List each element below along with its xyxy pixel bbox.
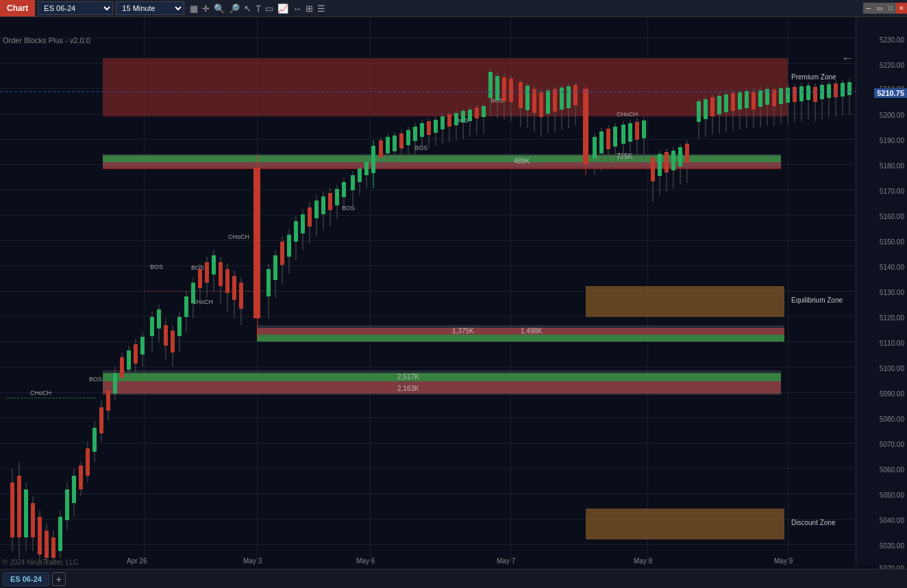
svg-rect-111 bbox=[406, 130, 410, 145]
svg-rect-213 bbox=[772, 90, 776, 106]
bottom-bar: ES 06-24 + bbox=[0, 569, 907, 588]
price-5130: 5130.00 bbox=[880, 289, 904, 296]
magnify-minus-icon[interactable]: 🔎 bbox=[229, 3, 240, 14]
time-label-may8: May 8 bbox=[634, 557, 652, 565]
price-5180: 5180.00 bbox=[880, 162, 904, 170]
bar-chart-icon[interactable]: ▦ bbox=[190, 3, 198, 14]
svg-rect-193 bbox=[704, 99, 708, 119]
chart-title: Chart bbox=[0, 0, 35, 16]
minimize-button[interactable]: ─ bbox=[863, 3, 874, 14]
svg-rect-119 bbox=[434, 120, 438, 133]
close-button[interactable]: ✕ bbox=[896, 3, 907, 14]
price-5150: 5150.00 bbox=[880, 238, 904, 246]
price-5110: 5110.00 bbox=[880, 340, 904, 347]
svg-rect-31 bbox=[113, 373, 117, 394]
price-5080: 5080.00 bbox=[880, 416, 904, 423]
svg-rect-151 bbox=[546, 90, 550, 114]
svg-rect-231 bbox=[834, 84, 838, 97]
svg-rect-147 bbox=[532, 89, 536, 113]
price-5100: 5100.00 bbox=[880, 365, 904, 372]
price-5040: 5040.00 bbox=[880, 517, 904, 524]
svg-rect-153 bbox=[553, 89, 557, 112]
svg-rect-181 bbox=[658, 154, 662, 176]
svg-rect-171 bbox=[621, 125, 625, 144]
maximize-button[interactable]: □ bbox=[885, 3, 896, 14]
indicator-label: Order Blocks Plus - v2.0.0 bbox=[3, 36, 90, 44]
svg-rect-223 bbox=[806, 86, 810, 100]
tab-add-button[interactable]: + bbox=[52, 572, 66, 586]
svg-rect-101 bbox=[371, 146, 375, 173]
timeframe-dropdown[interactable]: 15 Minute bbox=[116, 1, 184, 15]
time-label-apr26: Apr 26 bbox=[127, 557, 147, 565]
tab-es0624[interactable]: ES 06-24 bbox=[3, 572, 49, 586]
screenshot-icon[interactable]: ⊞ bbox=[306, 3, 313, 14]
svg-rect-21 bbox=[79, 465, 83, 489]
back-arrow[interactable]: ← bbox=[841, 51, 854, 66]
svg-rect-53 bbox=[191, 283, 195, 303]
svg-rect-5 bbox=[24, 489, 28, 537]
text-icon[interactable]: T bbox=[256, 3, 261, 14]
ruler-icon[interactable]: ↔ bbox=[293, 3, 301, 14]
svg-rect-229 bbox=[827, 84, 831, 98]
svg-rect-95 bbox=[351, 175, 355, 190]
svg-rect-179 bbox=[651, 157, 655, 181]
current-price-label: 5210.75 bbox=[874, 88, 907, 98]
svg-rect-107 bbox=[393, 136, 397, 151]
svg-rect-9 bbox=[38, 517, 42, 554]
indicator-icon[interactable]: 📈 bbox=[277, 3, 288, 14]
price-5070: 5070.00 bbox=[880, 441, 904, 448]
svg-rect-57 bbox=[205, 262, 209, 283]
price-5030: 5030.00 bbox=[880, 542, 904, 550]
time-label-may6: May 6 bbox=[356, 557, 375, 565]
svg-rect-83 bbox=[308, 207, 312, 227]
svg-rect-103 bbox=[379, 140, 383, 157]
svg-rect-37 bbox=[134, 344, 138, 363]
svg-rect-99 bbox=[364, 162, 369, 175]
svg-rect-61 bbox=[219, 262, 223, 286]
svg-rect-183 bbox=[664, 152, 669, 172]
svg-rect-27 bbox=[99, 407, 103, 433]
svg-rect-203 bbox=[738, 92, 742, 110]
svg-rect-135 bbox=[488, 72, 493, 98]
svg-rect-109 bbox=[399, 133, 403, 149]
price-5060: 5060.00 bbox=[880, 466, 904, 474]
svg-rect-43 bbox=[157, 309, 161, 329]
svg-rect-89 bbox=[328, 193, 332, 210]
price-5140: 5140.00 bbox=[880, 264, 904, 271]
svg-rect-163 bbox=[593, 137, 597, 159]
svg-rect-225 bbox=[813, 87, 817, 102]
svg-rect-219 bbox=[793, 87, 797, 102]
crosshair-icon[interactable]: ✛ bbox=[202, 3, 210, 14]
svg-rect-17 bbox=[65, 489, 69, 520]
symbol-dropdown[interactable]: ES 06-24 bbox=[38, 1, 113, 15]
svg-rect-49 bbox=[177, 317, 182, 336]
list-icon[interactable]: ☰ bbox=[317, 3, 325, 14]
svg-rect-155 bbox=[560, 88, 564, 110]
svg-rect-113 bbox=[413, 127, 417, 141]
svg-rect-41 bbox=[150, 317, 154, 336]
svg-rect-15 bbox=[58, 517, 62, 551]
svg-rect-157 bbox=[567, 86, 571, 108]
price-5160: 5160.00 bbox=[880, 213, 904, 220]
svg-rect-69 bbox=[253, 168, 260, 318]
svg-rect-23 bbox=[86, 448, 90, 476]
svg-rect-217 bbox=[786, 88, 790, 103]
rectangle-icon[interactable]: ▭ bbox=[265, 3, 273, 14]
svg-rect-197 bbox=[717, 96, 721, 114]
title-bar: Chart ES 06-24 15 Minute ▦ ✛ 🔍 🔎 ↖ T ▭ 📈… bbox=[0, 0, 907, 17]
magnify-plus-icon[interactable]: 🔍 bbox=[214, 3, 225, 14]
svg-rect-141 bbox=[509, 79, 513, 102]
svg-rect-45 bbox=[164, 325, 168, 346]
cursor-icon[interactable]: ↖ bbox=[244, 3, 251, 14]
svg-rect-189 bbox=[685, 144, 689, 163]
svg-rect-39 bbox=[140, 337, 145, 355]
svg-rect-149 bbox=[539, 92, 543, 117]
svg-rect-169 bbox=[613, 127, 617, 146]
svg-rect-185 bbox=[671, 151, 675, 170]
time-label-may3: May 3 bbox=[243, 557, 262, 565]
price-5170: 5170.00 bbox=[880, 188, 904, 195]
price-5090: 5090.00 bbox=[880, 390, 904, 398]
svg-rect-85 bbox=[314, 201, 319, 218]
restore-button[interactable]: ▭ bbox=[874, 3, 885, 14]
svg-rect-191 bbox=[697, 101, 701, 122]
